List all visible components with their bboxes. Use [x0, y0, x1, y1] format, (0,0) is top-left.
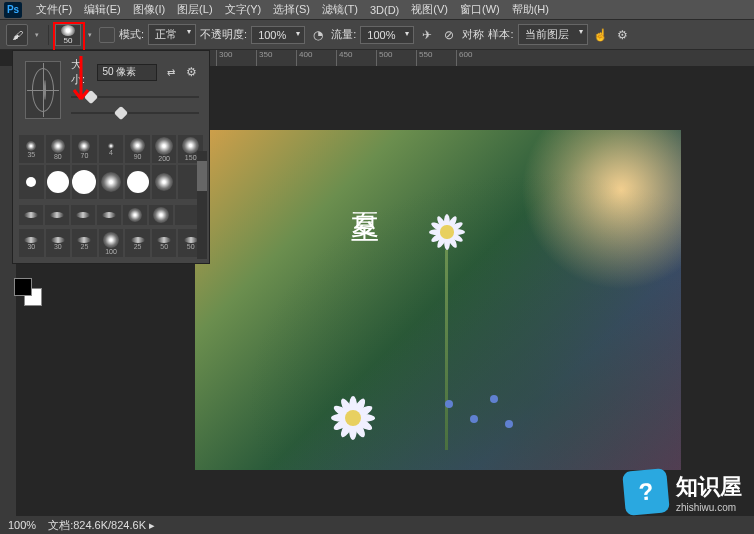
- menu-filter[interactable]: 滤镜(T): [316, 2, 364, 17]
- opacity-label: 不透明度:: [200, 27, 247, 42]
- brush-angle-preview[interactable]: [25, 61, 61, 119]
- menu-view[interactable]: 视图(V): [405, 2, 454, 17]
- brush-preset[interactable]: [97, 205, 121, 225]
- status-bar: 100% 文档:824.6K/824.6K ▸: [0, 516, 754, 534]
- brush-preset-grid: 35 80 70 4 90 200 150: [13, 129, 209, 205]
- menu-image[interactable]: 图像(I): [127, 2, 171, 17]
- sample-label: 样本:: [488, 27, 513, 42]
- brush-preset[interactable]: [46, 165, 71, 199]
- brush-preset[interactable]: 4: [99, 135, 124, 163]
- brush-preset[interactable]: [19, 205, 43, 225]
- foreground-color-swatch[interactable]: [14, 278, 32, 296]
- brush-preset[interactable]: [123, 205, 147, 225]
- smoothing-label: 对称: [462, 27, 484, 42]
- airbrush-icon[interactable]: ✈: [418, 26, 436, 44]
- canvas-blur: [195, 130, 681, 470]
- document-canvas[interactable]: 夏至: [195, 130, 681, 470]
- brush-preset-grid-2: 30 30 25 100 25 50 50: [13, 229, 209, 263]
- gear-icon[interactable]: ⚙: [184, 63, 199, 81]
- menu-select[interactable]: 选择(S): [267, 2, 316, 17]
- menu-file[interactable]: 文件(F): [30, 2, 78, 17]
- sample-select[interactable]: 当前图层: [518, 24, 588, 45]
- menu-3d[interactable]: 3D(D): [364, 4, 405, 16]
- brush-preset[interactable]: [19, 165, 44, 199]
- brush-preset[interactable]: [72, 165, 97, 199]
- size-label: 大小:: [71, 57, 92, 87]
- doc-label: 文档:: [48, 519, 73, 531]
- canvas-text: 夏至: [345, 190, 383, 202]
- options-bar: 🖌 ▾ 50 ▾ 模式: 正常 不透明度: 100% ◔ 流量: 100% ✈ …: [0, 20, 754, 50]
- brush-preset-panel: 大小: ⇄ ⚙ 35 80 70 4 90 200 150: [12, 50, 210, 264]
- brush-preset[interactable]: 30: [19, 229, 44, 257]
- brush-preset[interactable]: 30: [46, 229, 71, 257]
- brush-preview-dot: [61, 25, 75, 36]
- watermark: ? 知识屋 zhishiwu.com: [624, 470, 742, 514]
- size-slider[interactable]: [71, 91, 199, 103]
- chevron-down-icon[interactable]: ▾: [85, 31, 95, 39]
- brush-preset[interactable]: 70: [72, 135, 97, 163]
- menu-layer[interactable]: 图层(L): [171, 2, 218, 17]
- daisy-flower: [325, 390, 381, 446]
- tool-preset-picker[interactable]: 🖌: [6, 24, 28, 46]
- scrollbar[interactable]: [197, 151, 207, 259]
- brush-special-row: [13, 205, 209, 229]
- watermark-en: zhishiwu.com: [676, 502, 742, 513]
- menu-bar: Ps 文件(F) 编辑(E) 图像(I) 图层(L) 文字(Y) 选择(S) 滤…: [0, 0, 754, 20]
- brush-preset[interactable]: [152, 165, 177, 199]
- brush-preset[interactable]: [45, 205, 69, 225]
- finger-icon[interactable]: ☝: [592, 26, 610, 44]
- flower-stem: [445, 250, 448, 450]
- brush-preset[interactable]: 90: [125, 135, 150, 163]
- brush-preset[interactable]: 100: [99, 229, 124, 257]
- doc-info: 824.6K/824.6K: [73, 519, 146, 531]
- color-swatches[interactable]: [14, 278, 42, 306]
- watermark-cn: 知识屋: [676, 472, 742, 502]
- brush-preset[interactable]: [149, 205, 173, 225]
- brush-preset[interactable]: [71, 205, 95, 225]
- brush-preset[interactable]: 50: [152, 229, 177, 257]
- brush-preset[interactable]: [125, 165, 150, 199]
- brush-size-input[interactable]: [97, 64, 157, 81]
- flow-input[interactable]: 100%: [360, 26, 414, 44]
- hardness-slider[interactable]: [71, 107, 199, 119]
- menu-help[interactable]: 帮助(H): [506, 2, 555, 17]
- zoom-level[interactable]: 100%: [8, 519, 36, 531]
- daisy-flower: [425, 210, 469, 254]
- gear-icon[interactable]: ⚙: [614, 26, 632, 44]
- menu-type[interactable]: 文字(Y): [219, 2, 268, 17]
- opacity-input[interactable]: 100%: [251, 26, 305, 44]
- menu-window[interactable]: 窗口(W): [454, 2, 506, 17]
- blend-mode-select[interactable]: 正常: [148, 24, 196, 45]
- brush-panel-toggle[interactable]: [99, 27, 115, 43]
- brush-size-number: 50: [64, 36, 73, 45]
- brush-preset[interactable]: 35: [19, 135, 44, 163]
- brush-preset[interactable]: 200: [152, 135, 177, 163]
- menu-edit[interactable]: 编辑(E): [78, 2, 127, 17]
- flip-icon[interactable]: ⇄: [163, 63, 178, 81]
- brush-preset-picker[interactable]: 50: [55, 24, 81, 46]
- mode-label: 模式:: [119, 27, 144, 42]
- watermark-icon: ?: [622, 468, 670, 516]
- brush-preset[interactable]: 25: [72, 229, 97, 257]
- brush-preset[interactable]: [175, 205, 199, 225]
- divider: [48, 25, 49, 45]
- app-logo: Ps: [4, 2, 22, 18]
- brush-preset[interactable]: 25: [125, 229, 150, 257]
- brush-preset[interactable]: [99, 165, 124, 199]
- chevron-down-icon[interactable]: ▾: [32, 31, 42, 39]
- brush-preset[interactable]: 80: [46, 135, 71, 163]
- pressure-size-icon[interactable]: ⊘: [440, 26, 458, 44]
- flow-label: 流量:: [331, 27, 356, 42]
- pressure-opacity-icon[interactable]: ◔: [309, 26, 327, 44]
